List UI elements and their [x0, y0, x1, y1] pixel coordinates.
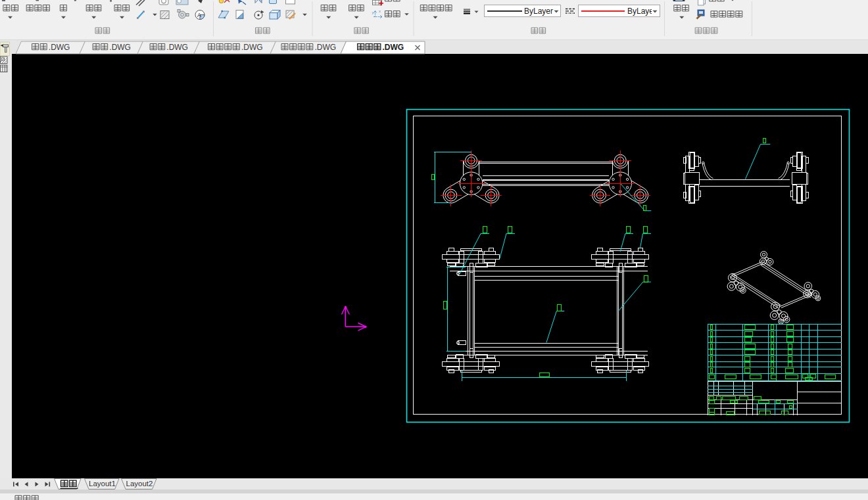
svg-text:y: y [372, 11, 374, 14]
svg-text:Layout1: Layout1 [89, 480, 116, 488]
svg-text:.DWG: .DWG [166, 43, 188, 52]
svg-text:.DWG: .DWG [241, 43, 263, 52]
svg-text:.DWG: .DWG [382, 43, 404, 52]
svg-text:x: x [379, 9, 381, 13]
svg-text:.DWG: .DWG [314, 43, 336, 52]
svg-text:Layout2: Layout2 [126, 480, 153, 488]
svg-text:.DWG: .DWG [109, 43, 131, 52]
svg-text:ByLayer: ByLayer [524, 7, 553, 16]
svg-text:.DWG: .DWG [49, 43, 70, 52]
svg-text:A: A [197, 12, 201, 18]
